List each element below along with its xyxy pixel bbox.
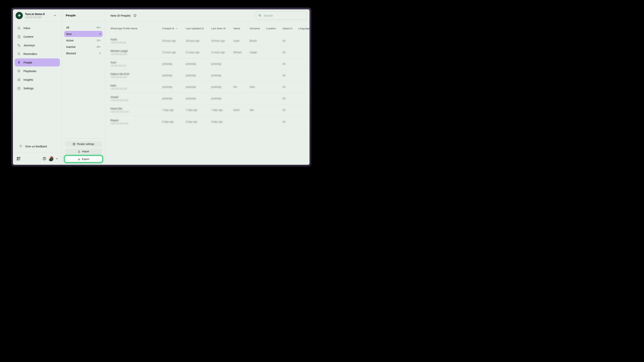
help-icon[interactable] (42, 156, 46, 161)
opted-in-cell: No (282, 109, 298, 111)
last-seen-cell: yesterday (211, 97, 234, 100)
opted-in-cell: No (282, 120, 298, 123)
opted-in-cell: No (282, 51, 298, 54)
table-row[interactable]: Raquel+000 000 000 0000 8 days ago 8 day… (105, 116, 310, 127)
last-seen-cell: 7 days ago (211, 109, 234, 111)
filter-inactive[interactable]: Inactive 20+ (64, 44, 103, 50)
table-body: Aryan+00 000 000 000 18 hours ago 18 hou… (105, 35, 310, 127)
user-avatar[interactable] (48, 156, 54, 161)
export-button[interactable]: Export (65, 156, 102, 162)
search-box[interactable] (256, 11, 307, 20)
column-header-surname[interactable]: Surname (250, 27, 266, 30)
last-seen-cell: 8 days ago (211, 120, 234, 123)
column-header-whatsapp-profile-name[interactable]: WhatsApp Profile Name (110, 27, 162, 30)
table-row[interactable]: Aryan+00 000 000 000 18 hours ago 18 hou… (105, 35, 310, 47)
created-at-cell: 7 days ago (162, 109, 186, 111)
workspace-name: Turn.io Demo 8 (25, 13, 45, 16)
column-header-last-seen-at[interactable]: Last Seen At (211, 27, 234, 30)
sidebar-item-label: Journeys (24, 44, 35, 47)
sidebar-item-playbooks[interactable]: Playbooks (15, 67, 60, 75)
table-row[interactable]: Kabs+000 000 000 000 yesterday yesterday… (105, 81, 310, 93)
filter-label: Blocked (66, 52, 76, 55)
filter-new[interactable]: New 8 (64, 31, 103, 37)
opted-in-cell: No (282, 86, 298, 88)
people-panel-actions: People settings Import Export (64, 138, 103, 165)
settings-icon (17, 86, 21, 90)
upload-icon (78, 150, 80, 153)
filter-blocked[interactable]: Blocked 0 (64, 50, 103, 56)
people-settings-button[interactable]: People settings (65, 141, 102, 147)
sidebar-item-reminders[interactable]: Reminders (15, 50, 60, 58)
last-updated-cell: yesterday (186, 97, 211, 100)
search-input[interactable] (263, 14, 304, 17)
sidebar-item-content[interactable]: Content (15, 33, 60, 41)
sidebar-item-journeys[interactable]: Journeys (15, 41, 60, 49)
table-row[interactable]: Gaburo Ma M-W+000 000 000 000 yesterday … (105, 70, 310, 81)
people-panel-title: People (62, 9, 105, 22)
filter-count: 0 (99, 52, 101, 55)
download-icon (78, 158, 80, 160)
search-icon (258, 14, 262, 17)
sidebar-item-people[interactable]: People (15, 58, 60, 66)
column-header-location[interactable]: Location (266, 27, 282, 30)
give-feedback-button[interactable]: Give us feedback (16, 142, 58, 150)
filter-active[interactable]: Active 10+ (64, 37, 103, 43)
name-cell: Michael (234, 51, 250, 54)
chevron-down-icon[interactable] (54, 14, 56, 17)
table-row[interactable]: Sush+00 000 000 000 yesterday yesterday … (105, 58, 310, 70)
column-header-name[interactable]: Name (234, 27, 250, 30)
profile-cell: Gaburo Ma M-W+000 000 000 000 (110, 73, 162, 78)
last-updated-cell: yesterday (186, 63, 211, 65)
opted-in-cell: No (282, 74, 298, 77)
playbooks-icon (17, 69, 21, 73)
profile-cell: David Oke+000 000 000 00 00 (110, 107, 162, 113)
table-header: WhatsApp Profile Name Created At Last Up… (105, 22, 310, 35)
created-at-cell: yesterday (162, 74, 186, 77)
workspace-switcher[interactable]: Turn.io Demo 8 +00 000 000 0000 (13, 9, 62, 22)
sidebar-item-label: Settings (24, 87, 34, 90)
column-header-created-at[interactable]: Created At (162, 27, 186, 30)
filter-count: 40+ (96, 26, 101, 29)
column-header-opted-in[interactable]: Opted In (282, 27, 298, 30)
surname-cell: Langat (250, 51, 266, 54)
last-seen-cell: 21 hours ago (211, 51, 234, 54)
created-at-cell: yesterday (162, 97, 186, 100)
table-row[interactable]: Michael Langat+000 000 000 000 21 hours … (105, 47, 310, 58)
filter-count: 10+ (96, 39, 101, 42)
sidebar-item-label: Insights (24, 78, 33, 81)
filter-label: All (66, 26, 69, 29)
name-cell: David (234, 109, 250, 111)
filter-count: 20+ (96, 46, 101, 48)
created-at-cell: 18 hours ago (162, 40, 186, 42)
window-frame: Turn.io Demo 8 +00 000 000 0000 Inbox (11, 8, 311, 166)
profile-cell: Sush+00 000 000 000 (110, 61, 162, 67)
people-icon (17, 61, 21, 65)
table-row[interactable]: Amad2+000 000 000 0000 yesterday yesterd… (105, 93, 310, 104)
profile-cell: Michael Langat+000 000 000 000 (110, 50, 162, 55)
sidebar-item-insights[interactable]: Insights (15, 76, 60, 84)
sidebar-item-inbox[interactable]: Inbox (15, 24, 60, 32)
chevron-down-icon[interactable] (56, 157, 58, 160)
main-content: New (8 People) WhatsApp Profile Name (105, 9, 310, 165)
table-row[interactable]: David Oke+000 000 000 00 00 7 days ago 7… (105, 104, 310, 116)
last-updated-cell: 7 days ago (186, 109, 211, 111)
sidebar-item-label: Content (24, 35, 33, 38)
filter-count: 8 (99, 33, 101, 35)
medical-cross-icon (17, 14, 21, 17)
import-button[interactable]: Import (65, 148, 102, 154)
surname-cell: Bhosle (250, 40, 266, 42)
filter-label: Inactive (66, 45, 76, 49)
last-updated-cell: 18 hours ago (186, 40, 211, 42)
profile-cell: Kabs+000 000 000 000 (110, 84, 162, 90)
filter-all[interactable]: All 40+ (64, 25, 103, 31)
sidebar-item-settings[interactable]: Settings (15, 84, 60, 92)
qr-code-icon[interactable] (16, 156, 21, 161)
profile-cell: Aryan+00 000 000 000 (110, 38, 162, 44)
opted-in-cell: No (282, 40, 298, 42)
column-header-language[interactable]: Language (298, 27, 310, 30)
name-cell: Ket (234, 86, 250, 88)
column-header-last-updated-at[interactable]: Last Updated At (186, 27, 211, 30)
filter-label: New (66, 33, 72, 36)
opted-in-cell: No (282, 63, 298, 65)
info-icon[interactable] (133, 14, 136, 17)
